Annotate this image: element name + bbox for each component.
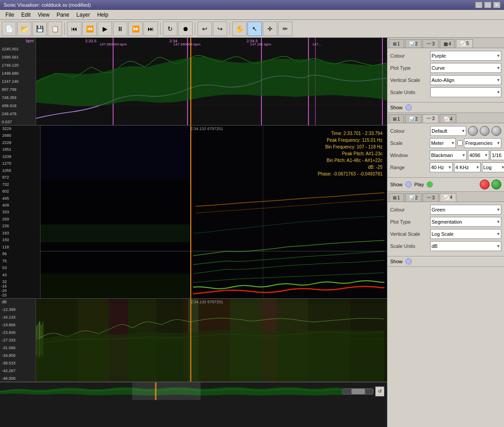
overview-pane[interactable]: ↺	[0, 382, 387, 400]
zoom-out-button[interactable]: ↺	[375, 387, 384, 396]
p3-scale-units-select[interactable]: dB Hz bpm	[430, 241, 501, 251]
step-back-button[interactable]: ⏪	[82, 22, 97, 36]
maximize-button[interactable]: □	[484, 2, 491, 8]
panel1-tab-1[interactable]: ⊞ 1	[389, 39, 404, 48]
p2-knob-1[interactable]	[468, 126, 478, 136]
panel1-tab-2[interactable]: 📊 2	[405, 39, 422, 48]
panel2-tab-1[interactable]: ⊞ 1	[389, 114, 404, 123]
spectrogram-canvas[interactable]: 2:34.132 6797251 Time: 2:33.701 - 2:33.7…	[40, 126, 387, 298]
p2-range-scale-select[interactable]: Log Linear	[482, 162, 504, 172]
overview-svg	[0, 382, 342, 400]
panel2-show-toggle[interactable]	[405, 181, 412, 188]
record-button[interactable]: ⏺	[178, 22, 193, 36]
p2-range-row: Range 40 Hz 20 Hz 10 Hz ▼ 4 KHz 8 KHz	[390, 162, 501, 172]
scrollbar-thumb[interactable]	[351, 389, 365, 394]
menu-file[interactable]: File	[2, 11, 18, 19]
redo-button[interactable]: ↪	[213, 22, 227, 36]
menu-pane[interactable]: Pane	[53, 11, 73, 19]
rms-canvas[interactable]: 2:34.132 6797251	[36, 299, 387, 382]
panel1-tab-4[interactable]: ▦ 4	[440, 39, 455, 48]
panel1-show-toggle[interactable]	[405, 104, 412, 111]
menu-view[interactable]: View	[34, 11, 53, 19]
select-button[interactable]: ↖	[248, 22, 262, 36]
freq-43: 43	[2, 273, 39, 277]
p2-scale-checkbox[interactable]	[457, 140, 463, 146]
p2-tab4-label: 4	[450, 117, 453, 121]
play-knob-2[interactable]	[491, 180, 501, 189]
panel3-tab-3[interactable]: 〰 3	[423, 193, 439, 202]
new-button[interactable]: 📄	[2, 22, 16, 36]
navigate-button[interactable]: ✋	[232, 22, 247, 36]
scrollbar[interactable]	[342, 388, 374, 395]
rewind-button[interactable]: ⏮	[67, 22, 81, 36]
panel1-tab-5[interactable]: 📈 5	[456, 39, 473, 48]
p2-scale-row: Scale Meter dB Linear ▼ Frequencies	[390, 138, 501, 148]
p3-tab2-label: 2	[415, 195, 418, 200]
minimize-button[interactable]: _	[475, 2, 482, 8]
panel3-props: Colour Green Red Blue Black Default ▼	[387, 202, 504, 256]
scale-units-select[interactable]: bpm Hz	[430, 87, 501, 97]
svg-rect-13	[40, 274, 190, 298]
play-knob-1[interactable]	[480, 180, 490, 189]
p2-range-low-select[interactable]: 40 Hz 20 Hz 10 Hz	[430, 162, 453, 172]
freq-32: 32	[2, 279, 39, 284]
fast-fwd-button[interactable]: ⏭	[144, 22, 158, 36]
panel3-tab-4[interactable]: 📈 4	[440, 193, 457, 202]
close-button[interactable]: ✕	[493, 2, 500, 8]
p3-colour-wrap: Green Red Blue Black Default ▼	[430, 205, 501, 215]
p2-range-high-select[interactable]: 4 KHz 8 KHz 16 KHz 20 KHz	[454, 162, 481, 172]
colour-select[interactable]: Purple Red Green Blue	[430, 51, 501, 61]
freq-226: 226	[2, 224, 39, 228]
panel3-tab-2[interactable]: 📊 2	[405, 193, 422, 202]
p3-vertical-scale-select[interactable]: Log Scale Linear Auto-Align	[430, 229, 501, 239]
p2-knob-3[interactable]	[491, 126, 501, 136]
move-button[interactable]: ✛	[263, 22, 277, 36]
p2-colour-select[interactable]: Default White Red Green	[430, 126, 466, 136]
right-panel: ⊞ 1 📊 2 〰 3 ▦ 4 📈 5	[387, 38, 504, 427]
vertical-scale-select[interactable]: Auto-Align Linear Log Scale	[430, 75, 501, 85]
freq-150: 150	[2, 238, 39, 242]
panel3-tab-1[interactable]: ⊞ 1	[389, 193, 404, 202]
p2-window-select[interactable]: Blackman Hanning Hamming Rectangular	[430, 150, 467, 160]
menu-edit[interactable]: Edit	[18, 11, 34, 19]
panel3-show-toggle[interactable]	[405, 258, 412, 265]
main-area: bpm 2245.001 1995.561 1746.120 1496.680 …	[0, 38, 504, 427]
waveform-canvas[interactable]: 2:33.5 2:34 2:34.5 147.660004 bpm 147.36…	[36, 38, 387, 125]
panel2-tab-2[interactable]: 📊 2	[405, 114, 422, 123]
p2-freq-select[interactable]: Frequencies All Bins	[464, 138, 501, 148]
p2-window-hop-select[interactable]: 1/16 1/8 1/4 1/2	[490, 150, 504, 160]
overview-canvas[interactable]	[0, 382, 342, 400]
menu-layer[interactable]: Layer	[73, 11, 94, 19]
menu-help[interactable]: Help	[94, 11, 112, 19]
freq-3229: 3229	[2, 126, 39, 131]
open-button[interactable]: 📂	[17, 22, 32, 36]
undo-button[interactable]: ↩	[198, 22, 212, 36]
panel1-tab-3[interactable]: 〰 3	[423, 39, 439, 48]
p2-scale-label: Scale	[390, 140, 428, 146]
save-button[interactable]: 💾	[32, 22, 47, 36]
plot-type-select[interactable]: Curve Points Lines Stem Segmentation	[430, 63, 501, 73]
waveform-pane[interactable]: bpm 2245.001 1995.561 1746.120 1496.680 …	[0, 38, 387, 126]
draw-button[interactable]: ✏	[278, 22, 292, 36]
p2-scale-select[interactable]: Meter dB Linear	[430, 138, 456, 148]
panel2-tab-3[interactable]: 〰 3	[423, 114, 439, 123]
p2-window-size-select[interactable]: 4096 2048 1024 512	[468, 150, 489, 160]
window-controls[interactable]: _ □ ✕	[475, 2, 500, 8]
scale-units-row: Scale Units bpm Hz ▼	[390, 87, 501, 97]
loop-button[interactable]: ↻	[163, 22, 177, 36]
save-as-button[interactable]: 📋	[48, 22, 62, 36]
play-button[interactable]: ▶	[98, 22, 112, 36]
step-fwd-button[interactable]: ⏩	[128, 22, 143, 36]
rms-pane[interactable]: dB -12.399 -16.133 -19.866 -23.600 -27.3…	[0, 299, 387, 382]
panel2-tab-4[interactable]: 📈 4	[440, 114, 457, 123]
spectrogram-pane[interactable]: 3229 2680 2228 1851 1539 1270 1055 872 7…	[0, 126, 387, 299]
p3-colour-select[interactable]: Green Red Blue Black Default	[430, 205, 501, 215]
p2-knob-2[interactable]	[480, 126, 490, 136]
freq-75: 75	[2, 259, 39, 263]
p2-scale-wrap: Meter dB Linear ▼	[430, 138, 456, 148]
p3-plot-type-select[interactable]: Segmentation Curve Points Lines	[430, 217, 501, 227]
svg-rect-11	[40, 126, 190, 180]
pause-button[interactable]: ⏸	[113, 22, 127, 36]
panel2-play-toggle[interactable]	[427, 181, 433, 188]
rms-val-7: -34.800	[2, 353, 34, 358]
